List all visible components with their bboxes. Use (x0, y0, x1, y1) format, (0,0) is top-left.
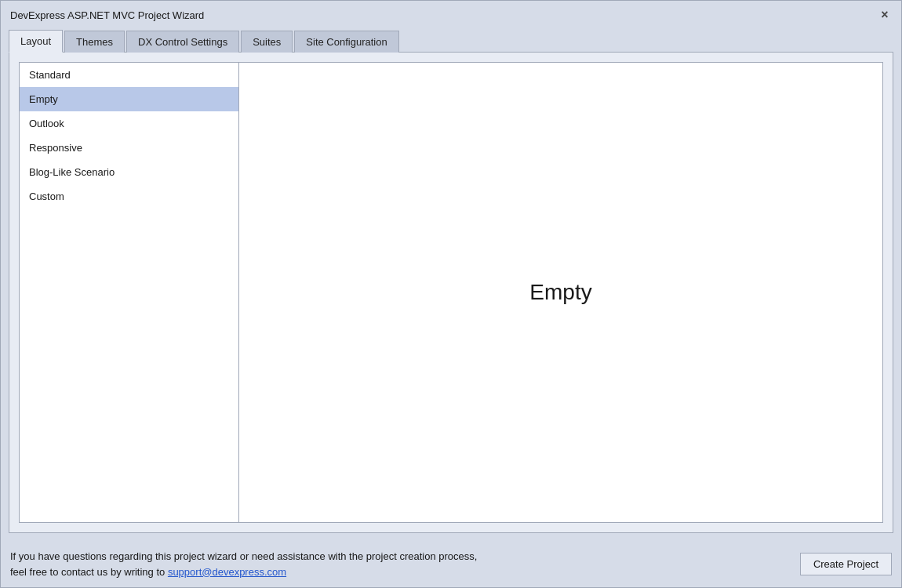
main-content: Standard Empty Outlook Responsive Blog-L… (9, 52, 893, 533)
footer-email-link[interactable]: support@devexpress.com (168, 566, 286, 578)
footer-line2-prefix: feel free to contact us by writing to (10, 566, 168, 578)
footer: If you have questions regarding this pro… (1, 541, 901, 587)
tab-site-configuration[interactable]: Site Configuration (294, 31, 398, 53)
list-item-outlook[interactable]: Outlook (20, 111, 238, 136)
preview-label: Empty (529, 280, 591, 305)
window-title: DevExpress ASP.NET MVC Project Wizard (10, 9, 204, 21)
tab-layout[interactable]: Layout (9, 30, 63, 53)
list-item-custom[interactable]: Custom (20, 184, 238, 209)
list-item-empty[interactable]: Empty (20, 87, 238, 111)
tab-themes[interactable]: Themes (64, 31, 125, 53)
tab-suites[interactable]: Suites (241, 31, 293, 53)
footer-text: If you have questions regarding this pro… (10, 549, 477, 579)
layout-list-panel: Standard Empty Outlook Responsive Blog-L… (20, 63, 239, 522)
title-bar: DevExpress ASP.NET MVC Project Wizard × (1, 1, 901, 29)
tab-dx-control-settings[interactable]: DX Control Settings (126, 31, 239, 53)
footer-line1: If you have questions regarding this pro… (10, 550, 477, 562)
list-item-responsive[interactable]: Responsive (20, 136, 238, 160)
list-item-blog-like-scenario[interactable]: Blog-Like Scenario (20, 160, 238, 184)
list-item-standard[interactable]: Standard (20, 63, 238, 87)
close-button[interactable]: × (878, 8, 892, 22)
main-window: DevExpress ASP.NET MVC Project Wizard × … (0, 0, 902, 588)
preview-panel: Empty (239, 63, 882, 522)
create-project-button[interactable]: Create Project (800, 553, 892, 575)
tabs-bar: Layout Themes DX Control Settings Suites… (1, 29, 901, 52)
content-area: Standard Empty Outlook Responsive Blog-L… (19, 62, 883, 523)
